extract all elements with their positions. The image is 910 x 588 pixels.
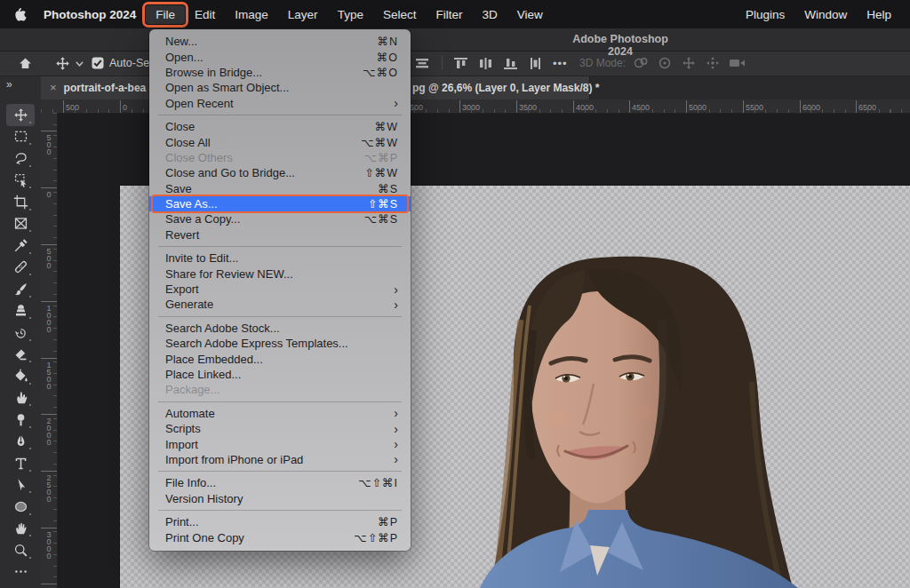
align-top-edges-icon[interactable] — [453, 54, 468, 72]
tool-lasso[interactable] — [6, 147, 35, 170]
tool-smudge[interactable] — [6, 387, 35, 409]
menu-item-scripts[interactable]: Scripts › — [149, 421, 411, 436]
tool-marquee[interactable] — [6, 126, 35, 148]
menu-item-revert[interactable]: Revert — [149, 227, 411, 242]
tool-eraser[interactable] — [6, 344, 35, 366]
menu-item-save[interactable]: Save ⌘S — [149, 181, 411, 196]
tool-hand[interactable] — [6, 518, 35, 540]
menubar-item-help[interactable]: Help — [857, 5, 901, 24]
subtool-dot — [29, 296, 31, 298]
menu-item-browse-in-bridge[interactable]: Browse in Bridge... ⌥⌘O — [149, 65, 411, 80]
tool-brush[interactable] — [6, 278, 35, 300]
panel-collapse-strip[interactable]: » — [0, 75, 41, 99]
menubar-item-layer[interactable]: Layer — [278, 5, 328, 24]
menu-item-label: Import — [165, 438, 394, 451]
subtool-dot — [29, 383, 31, 385]
vertical-ruler[interactable]: 5000500100015002000250030003500 — [41, 113, 58, 588]
subtool-dot — [29, 470, 31, 472]
tool-type[interactable] — [6, 452, 35, 474]
chevron-down-icon[interactable] — [75, 54, 84, 72]
align-bottom-edges-icon[interactable] — [503, 54, 518, 72]
vertical-ruler-label: 0 — [44, 187, 53, 197]
tool-zoom[interactable] — [6, 539, 35, 561]
tool-ellipse[interactable] — [6, 496, 35, 518]
menu-item-open[interactable]: Open... ⌘O — [149, 49, 411, 64]
menubar-item-image[interactable]: Image — [225, 5, 278, 24]
distribute-vertical-icon[interactable] — [528, 54, 543, 72]
menubar-item-photoshop-2024[interactable]: Photoshop 2024 — [34, 5, 146, 24]
menubar-item-select[interactable]: Select — [373, 5, 427, 24]
tool-path-selection[interactable] — [6, 474, 35, 497]
vertical-ruler-label: 500 — [44, 131, 53, 155]
tool-move[interactable] — [6, 104, 35, 126]
menu-item-label: Invite to Edit... — [165, 251, 398, 265]
menu-item-label: Place Linked... — [165, 368, 398, 381]
menu-item-open-recent[interactable]: Open Recent › — [149, 96, 411, 111]
tool-dodge[interactable] — [6, 409, 35, 431]
menu-item-search-adobe-stock[interactable]: Search Adobe Stock... — [149, 321, 411, 336]
menu-item-close-others[interactable]: Close Others ⌥⌘P — [149, 150, 411, 165]
menubar-item-edit[interactable]: Edit — [185, 5, 225, 24]
tool-object-selection[interactable] — [6, 170, 35, 192]
menu-item-version-history[interactable]: Version History — [149, 491, 411, 506]
subtool-dot — [29, 448, 31, 449]
menu-item-shortcut: › — [394, 409, 398, 417]
menu-item-label: Close — [165, 120, 375, 133]
menubar-item-view[interactable]: View — [507, 5, 553, 24]
home-icon[interactable] — [18, 54, 33, 72]
horizontal-ruler-label: 0 — [120, 103, 127, 112]
menu-item-automate[interactable]: Automate › — [149, 406, 411, 421]
menu-item-shortcut: › — [394, 285, 398, 294]
menu-item-save-as[interactable]: Save As... ⇧⌘S — [149, 196, 411, 211]
menu-item-new[interactable]: New... ⌘N — [149, 34, 411, 49]
menu-item-shortcut: › — [394, 440, 398, 449]
horizontal-ruler-label: 3000 — [459, 103, 480, 112]
tool-frame[interactable] — [6, 213, 35, 235]
tool-pen[interactable] — [6, 431, 35, 453]
menubar-item-type[interactable]: Type — [328, 5, 373, 24]
menu-item-print-one-copy[interactable]: Print One Copy ⌥⇧⌘P — [149, 529, 411, 544]
menubar-item-3d[interactable]: 3D — [472, 5, 507, 24]
tab-close-icon[interactable]: × — [50, 81, 57, 94]
menu-item-export[interactable]: Export › — [149, 282, 411, 297]
tool-history-brush[interactable] — [6, 322, 35, 344]
menu-item-place-embedded[interactable]: Place Embedded... — [149, 351, 411, 366]
align-center-icon[interactable] — [414, 54, 430, 72]
menu-item-generate[interactable]: Generate › — [149, 297, 411, 312]
menubar-item-plugins[interactable]: Plugins — [736, 5, 794, 24]
tool-healing[interactable] — [6, 257, 35, 279]
menu-item-close-all[interactable]: Close All ⌥⌘W — [149, 134, 411, 149]
distribute-horizontal-icon[interactable] — [478, 54, 493, 72]
menu-item-file-info[interactable]: File Info... ⌥⇧⌘I — [149, 475, 411, 490]
menu-item-place-linked[interactable]: Place Linked... — [149, 367, 411, 382]
menu-item-close-and-go-to-bridge[interactable]: Close and Go to Bridge... ⇧⌘W — [149, 165, 411, 180]
menu-item-invite-to-edit[interactable]: Invite to Edit... — [149, 250, 411, 266]
menu-item-import[interactable]: Import › — [149, 436, 411, 451]
menu-item-search-adobe-express-templates[interactable]: Search Adobe Express Templates... — [149, 336, 411, 351]
menu-item-close[interactable]: Close ⌘W — [149, 119, 411, 134]
menu-item-print[interactable]: Print... ⌘P — [149, 514, 411, 529]
tool-clone-stamp[interactable] — [6, 300, 35, 322]
tool-eyedropper[interactable] — [6, 234, 35, 257]
menu-item-save-a-copy[interactable]: Save a Copy... ⌥⌘S — [149, 211, 411, 226]
window-title-bar[interactable] — [0, 28, 910, 52]
move-tool-preset-icon[interactable] — [55, 54, 70, 72]
menu-separator — [158, 471, 402, 472]
vertical-ruler-label: 2500 — [44, 471, 53, 502]
menu-item-shortcut: › — [394, 455, 398, 464]
menu-item-share-for-review-new[interactable]: Share for Review NEW... — [149, 266, 411, 281]
menu-item-open-as-smart-object[interactable]: Open as Smart Object... — [149, 80, 411, 95]
tool-paint-bucket[interactable] — [6, 365, 35, 387]
auto-select-checkbox[interactable] — [92, 54, 104, 72]
tool-more[interactable] — [6, 561, 35, 584]
menubar-item-filter[interactable]: Filter — [426, 5, 472, 24]
3d-slide-icon — [706, 54, 720, 72]
menu-item-label: New... — [165, 35, 377, 48]
horizontal-ruler-label: 6500 — [856, 103, 876, 112]
menu-item-package[interactable]: Package... — [149, 382, 411, 397]
tool-crop[interactable] — [6, 191, 35, 213]
menu-item-import-from-iphone-or-ipad[interactable]: Import from iPhone or iPad › — [149, 452, 411, 467]
menubar-item-file[interactable]: File — [146, 5, 185, 24]
menubar-item-window[interactable]: Window — [794, 5, 857, 24]
apple-icon[interactable] — [7, 7, 34, 21]
